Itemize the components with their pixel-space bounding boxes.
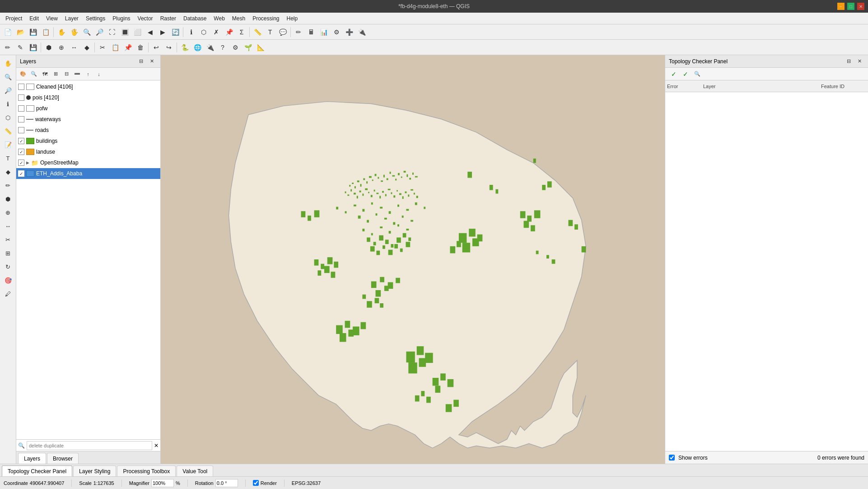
python-button[interactable]: 🐍 xyxy=(179,42,191,53)
layers-search-input[interactable] xyxy=(27,441,152,450)
menu-item-help[interactable]: Help xyxy=(283,14,302,23)
rotate-tool[interactable]: ↻ xyxy=(2,260,14,273)
menu-item-raster[interactable]: Raster xyxy=(157,14,180,23)
layer-visibility-checkbox[interactable] xyxy=(18,105,24,112)
measure-tool[interactable]: 📏 xyxy=(2,125,14,137)
configure-button[interactable]: 🔍 xyxy=(692,69,702,79)
menu-item-layer[interactable]: Layer xyxy=(61,14,82,23)
new-layer-button[interactable]: ➕ xyxy=(343,26,355,38)
grass-button[interactable]: 🌱 xyxy=(242,42,254,53)
layer-item[interactable]: Cleaned [4106] xyxy=(16,81,160,92)
rotation-input[interactable] xyxy=(215,479,238,487)
zoom-layer-button[interactable]: 🔳 xyxy=(119,26,131,38)
layer-visibility-checkbox[interactable] xyxy=(18,94,24,101)
vertex-tool-button[interactable]: ◆ xyxy=(81,42,93,53)
topology-close-button[interactable]: ✕ xyxy=(854,56,864,66)
layer-item[interactable]: pofw xyxy=(16,103,160,114)
validate-all-button[interactable]: ✓ xyxy=(669,69,679,79)
select-location-button[interactable]: 📌 xyxy=(223,26,235,38)
maximize-button[interactable]: □ xyxy=(847,3,854,10)
minimize-button[interactable]: − xyxy=(837,3,845,10)
save-edits-button[interactable]: 💾 xyxy=(27,42,39,53)
render-checkbox[interactable] xyxy=(253,480,259,486)
processing-toolbox-tab[interactable]: Processing Toolbox xyxy=(117,465,176,476)
processing-button[interactable]: ⚙ xyxy=(229,42,241,53)
layer-properties-button[interactable]: ⚙ xyxy=(331,26,342,38)
open-layer-style-button[interactable]: 🎨 xyxy=(18,69,28,79)
layer-visibility-checkbox[interactable] xyxy=(18,170,24,177)
menu-item-plugins[interactable]: Plugins xyxy=(109,14,134,23)
merge-tool[interactable]: ⊞ xyxy=(2,247,14,259)
collapse-all-button[interactable]: ⊟ xyxy=(61,69,71,79)
show-errors-checkbox[interactable] xyxy=(669,455,675,461)
layers-panel-undock[interactable]: ⊟ xyxy=(136,56,146,66)
measure-button[interactable]: 📏 xyxy=(252,26,263,38)
deselect-all-button[interactable]: ✗ xyxy=(210,26,222,38)
validate-extent-button[interactable]: ✓ xyxy=(681,69,691,79)
layer-visibility-checkbox[interactable] xyxy=(18,127,24,133)
open-project-button[interactable]: 📂 xyxy=(14,26,26,38)
map-canvas[interactable] xyxy=(161,55,665,464)
geoprocessing-button[interactable]: 📐 xyxy=(255,42,266,53)
layer-visibility-checkbox[interactable] xyxy=(18,116,24,122)
plugin2-button[interactable]: 🔌 xyxy=(204,42,216,53)
current-edits-button[interactable]: ✏ xyxy=(2,42,14,53)
edit-tool[interactable]: ✏ xyxy=(2,179,14,192)
vertex-tool[interactable]: ◆ xyxy=(2,165,14,178)
annotation-tool[interactable]: 📝 xyxy=(2,138,14,151)
layers-tab[interactable]: Layers xyxy=(18,453,46,464)
layer-visibility-checkbox[interactable] xyxy=(18,149,24,155)
remove-layer-button[interactable]: ➖ xyxy=(72,69,82,79)
label-tool[interactable]: T xyxy=(2,152,14,165)
layer-item[interactable]: landuse xyxy=(16,146,160,157)
transform-tool[interactable]: ↔ xyxy=(2,220,14,232)
zoom-next-button[interactable]: ▶ xyxy=(157,26,168,38)
browser-tab[interactable]: Browser xyxy=(47,453,79,464)
layers-panel-close[interactable]: ✕ xyxy=(147,56,157,66)
plugins-button[interactable]: 🔌 xyxy=(356,26,368,38)
layer-visibility-checkbox[interactable] xyxy=(18,160,24,166)
new-project-button[interactable]: 📄 xyxy=(2,26,14,38)
menu-item-mesh[interactable]: Mesh xyxy=(229,14,249,23)
menu-item-settings[interactable]: Settings xyxy=(82,14,109,23)
refresh-button[interactable]: 🔄 xyxy=(169,26,181,38)
filter-layer-button[interactable]: 🔍 xyxy=(29,69,39,79)
add-polygon-tool[interactable]: ⬢ xyxy=(2,193,14,205)
digitize-button[interactable]: ✏ xyxy=(293,26,304,38)
layer-visibility-checkbox[interactable] xyxy=(18,84,24,90)
snap-tool[interactable]: 🎯 xyxy=(2,274,14,287)
zoom-in-tool[interactable]: 🔍 xyxy=(2,71,14,83)
annotation-button[interactable]: 💬 xyxy=(277,26,289,38)
magnifier-input[interactable] xyxy=(151,479,174,487)
layer-visibility-checkbox[interactable] xyxy=(18,138,24,144)
add-part-button[interactable]: ⊕ xyxy=(56,42,67,53)
menu-item-vector[interactable]: Vector xyxy=(134,14,157,23)
zoom-out-tool[interactable]: 🔎 xyxy=(2,84,14,97)
field-calc-button[interactable]: 🖩 xyxy=(305,26,317,38)
zoom-full-button[interactable]: ⛶ xyxy=(106,26,118,38)
label-button[interactable]: T xyxy=(264,26,276,38)
layer-item[interactable]: roads xyxy=(16,125,160,136)
pan-tool[interactable]: ✋ xyxy=(2,57,14,70)
close-button[interactable]: ✕ xyxy=(857,3,864,10)
zoom-in-button[interactable]: 🔍 xyxy=(81,26,93,38)
move-layer-up-button[interactable]: ↑ xyxy=(83,69,93,79)
identify-button[interactable]: ℹ xyxy=(185,26,197,38)
menu-item-processing[interactable]: Processing xyxy=(249,14,283,23)
topology-undock-button[interactable]: ⊟ xyxy=(844,56,854,66)
pan-map-button[interactable]: ✋ xyxy=(56,26,67,38)
digitize-tool[interactable]: ⊕ xyxy=(2,206,14,219)
zoom-last-button[interactable]: ◀ xyxy=(144,26,156,38)
help-button[interactable]: ? xyxy=(217,42,229,53)
redo-button[interactable]: ↪ xyxy=(163,42,175,53)
menu-item-edit[interactable]: Edit xyxy=(26,14,42,23)
copy-features-button[interactable]: 📋 xyxy=(109,42,121,53)
digitize2-tool[interactable]: 🖊 xyxy=(2,287,14,300)
paste-features-button[interactable]: 📌 xyxy=(122,42,134,53)
cut-features-button[interactable]: ✂ xyxy=(97,42,108,53)
pan-to-selection-button[interactable]: 🖐 xyxy=(68,26,80,38)
add-feature-button[interactable]: ⬢ xyxy=(43,42,55,53)
toggle-edit-button[interactable]: ✎ xyxy=(14,42,26,53)
layer-item-selected[interactable]: ETH_Addis_Ababa xyxy=(16,168,160,179)
filter-by-map-button[interactable]: 🗺 xyxy=(40,69,50,79)
